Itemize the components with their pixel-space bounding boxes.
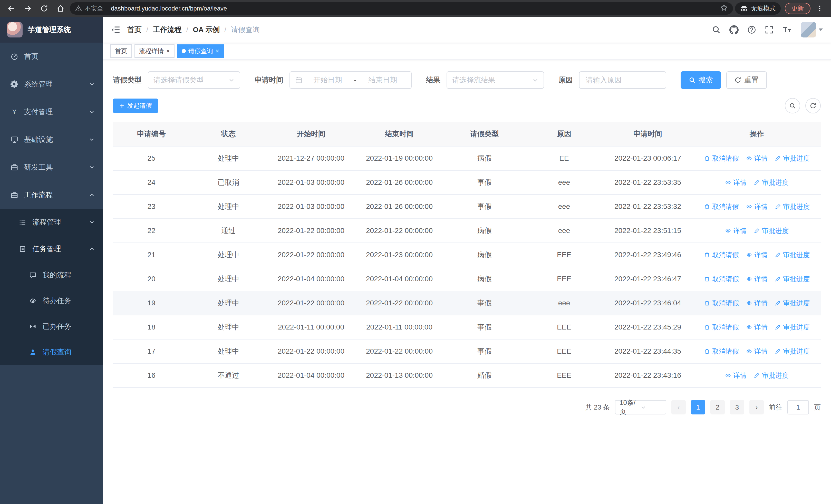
detail-link[interactable]: 详情 bbox=[746, 250, 768, 260]
sidebar-item-devtools[interactable]: 研发工具 bbox=[0, 153, 103, 181]
app-logo-row[interactable]: 芋道管理系统 bbox=[0, 17, 103, 42]
refresh-table-button[interactable] bbox=[805, 98, 821, 113]
approval-progress-link[interactable]: 审批进度 bbox=[775, 347, 810, 356]
tab-close-icon[interactable]: × bbox=[166, 48, 170, 54]
active-dot bbox=[182, 49, 186, 53]
github-icon[interactable] bbox=[729, 25, 739, 34]
breadcrumb-separator: / bbox=[224, 26, 226, 34]
start-date-placeholder: 开始日期 bbox=[305, 75, 351, 85]
detail-link[interactable]: 详情 bbox=[746, 347, 768, 356]
apply-time-range-picker[interactable]: 开始日期 - 结束日期 bbox=[289, 71, 412, 89]
browser-reload-button[interactable] bbox=[37, 1, 51, 16]
table-row: 19 处理中 2022-01-22 00:00:00 2022-01-22 00… bbox=[113, 291, 821, 315]
approval-progress-link[interactable]: 审批进度 bbox=[754, 226, 789, 235]
trash-icon bbox=[704, 155, 710, 161]
cancel-leave-link[interactable]: 取消请假 bbox=[704, 299, 739, 308]
sidebar-collapse-button[interactable] bbox=[111, 25, 120, 34]
eye-icon bbox=[746, 348, 752, 354]
pagination-goto-input[interactable] bbox=[787, 400, 809, 414]
chevron-up-icon bbox=[89, 192, 94, 198]
sidebar-item-payment[interactable]: ¥ 支付管理 bbox=[0, 98, 103, 126]
header-status: 状态 bbox=[190, 122, 267, 146]
pagination-next-button[interactable]: › bbox=[749, 400, 764, 414]
cancel-leave-link[interactable]: 取消请假 bbox=[704, 274, 739, 284]
reason-input[interactable] bbox=[579, 71, 666, 89]
toggle-search-button[interactable] bbox=[785, 98, 800, 113]
eye-icon bbox=[746, 155, 752, 161]
trash-icon bbox=[704, 348, 710, 354]
search-button[interactable]: 搜索 bbox=[681, 71, 721, 89]
detail-link[interactable]: 详情 bbox=[746, 202, 768, 211]
approval-progress-link[interactable]: 审批进度 bbox=[775, 154, 810, 163]
dashboard-icon bbox=[10, 52, 19, 61]
breadcrumb-separator: / bbox=[186, 26, 189, 34]
chevron-up-icon bbox=[89, 246, 94, 251]
tags-view-bar: 首页 × 流程详情 × 请假查询 × bbox=[103, 42, 831, 60]
sidebar-item-home[interactable]: 首页 bbox=[0, 42, 103, 70]
detail-link[interactable]: 详情 bbox=[725, 226, 747, 235]
tab-home[interactable]: 首页 × bbox=[110, 45, 132, 58]
breadcrumb-workflow[interactable]: 工作流程 bbox=[153, 25, 182, 35]
sidebar-item-my-process[interactable]: 我的流程 bbox=[0, 262, 103, 288]
tab-leave-query[interactable]: 请假查询 × bbox=[177, 45, 224, 58]
reset-button[interactable]: 重置 bbox=[726, 71, 767, 89]
table-header-row: 申请编号 状态 开始时间 结束时间 请假类型 原因 申请时间 操作 bbox=[113, 122, 821, 146]
leave-type-select[interactable]: 请选择请假类型 bbox=[148, 71, 240, 89]
fold-icon bbox=[111, 25, 120, 34]
sidebar-item-process-mgmt[interactable]: 流程管理 bbox=[0, 209, 103, 236]
sidebar-item-system[interactable]: 系统管理 bbox=[0, 70, 103, 98]
pagination-page-2[interactable]: 2 bbox=[710, 400, 725, 414]
help-icon[interactable] bbox=[747, 25, 756, 34]
security-warning[interactable]: 不安全 bbox=[75, 4, 103, 12]
cancel-leave-link[interactable]: 取消请假 bbox=[704, 323, 739, 332]
breadcrumb-oa-example[interactable]: OA 示例 bbox=[193, 25, 220, 35]
pagination-page-1[interactable]: 1 bbox=[691, 400, 705, 414]
sidebar-item-task-mgmt[interactable]: 任务管理 bbox=[0, 236, 103, 262]
detail-link[interactable]: 详情 bbox=[746, 274, 768, 284]
browser-back-button[interactable] bbox=[4, 1, 19, 16]
sidebar-item-workflow[interactable]: 工作流程 bbox=[0, 181, 103, 209]
cancel-leave-link[interactable]: 取消请假 bbox=[704, 250, 739, 260]
tab-close-icon[interactable]: × bbox=[216, 48, 219, 54]
approval-progress-link[interactable]: 审批进度 bbox=[775, 299, 810, 308]
detail-link[interactable]: 详情 bbox=[746, 154, 768, 163]
browser-menu-button[interactable] bbox=[812, 1, 827, 16]
pagination-page-3[interactable]: 3 bbox=[730, 400, 744, 414]
sidebar-item-todo-tasks[interactable]: 待办任务 bbox=[0, 288, 103, 314]
edit-icon bbox=[775, 324, 781, 330]
approval-progress-link[interactable]: 审批进度 bbox=[754, 371, 789, 380]
detail-link[interactable]: 详情 bbox=[725, 371, 747, 380]
edit-icon bbox=[775, 300, 781, 306]
browser-update-button[interactable]: 更新 bbox=[785, 3, 810, 14]
cancel-leave-link[interactable]: 取消请假 bbox=[704, 202, 739, 211]
approval-progress-link[interactable]: 审批进度 bbox=[775, 323, 810, 332]
bookmark-star-icon[interactable] bbox=[720, 4, 728, 13]
sidebar-item-leave-query[interactable]: 请假查询 bbox=[0, 339, 103, 365]
fullscreen-icon[interactable] bbox=[765, 25, 774, 34]
detail-link[interactable]: 详情 bbox=[725, 178, 747, 187]
approval-progress-link[interactable]: 审批进度 bbox=[754, 178, 789, 187]
approval-progress-link[interactable]: 审批进度 bbox=[775, 250, 810, 260]
approval-progress-link[interactable]: 审批进度 bbox=[775, 202, 810, 211]
result-select[interactable]: 请选择流结果 bbox=[447, 71, 544, 89]
cancel-leave-link[interactable]: 取消请假 bbox=[704, 154, 739, 163]
cancel-leave-link[interactable]: 取消请假 bbox=[704, 347, 739, 356]
breadcrumb-home[interactable]: 首页 bbox=[127, 25, 142, 35]
browser-forward-button[interactable] bbox=[21, 1, 35, 16]
sidebar-item-infra[interactable]: 基础设施 bbox=[0, 126, 103, 153]
search-icon[interactable] bbox=[712, 25, 721, 34]
tab-process-detail[interactable]: 流程详情 × bbox=[135, 45, 174, 58]
detail-link[interactable]: 详情 bbox=[746, 299, 768, 308]
user-menu[interactable] bbox=[801, 22, 823, 37]
table-row: 23 处理中 2022-01-03 00:00:00 2022-01-26 00… bbox=[113, 195, 821, 219]
page-size-select[interactable]: 10条/页 bbox=[615, 400, 666, 414]
create-leave-button[interactable]: 发起请假 bbox=[113, 98, 158, 113]
approval-progress-link[interactable]: 审批进度 bbox=[775, 274, 810, 284]
sidebar-item-done-tasks[interactable]: 已办任务 bbox=[0, 314, 103, 339]
pagination-prev-button[interactable]: ‹ bbox=[671, 400, 686, 414]
detail-link[interactable]: 详情 bbox=[746, 323, 768, 332]
font-size-icon[interactable] bbox=[782, 25, 792, 34]
address-bar[interactable]: 不安全 dashboard.yudao.iocoder.cn/bpm/oa/le… bbox=[70, 2, 733, 14]
eye-icon bbox=[746, 276, 752, 282]
browser-home-button[interactable] bbox=[53, 1, 68, 16]
